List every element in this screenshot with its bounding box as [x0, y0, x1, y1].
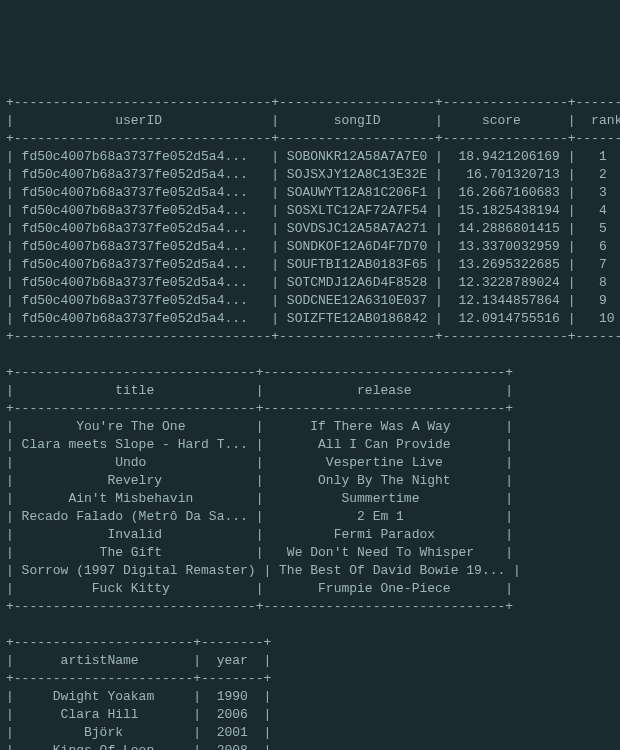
terminal-output: +---------------------------------+-----…	[0, 90, 620, 750]
